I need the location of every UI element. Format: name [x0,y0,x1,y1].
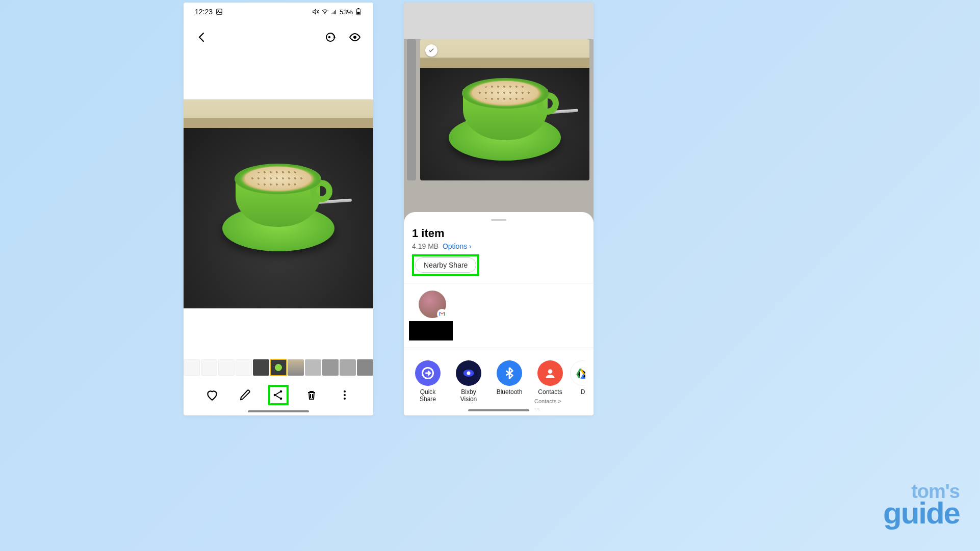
bluetooth-icon [497,360,522,386]
divider [404,283,594,283]
svg-rect-0 [217,9,222,15]
share-image-row [404,39,594,180]
viewer-topbar [184,18,373,48]
app-contacts[interactable]: Contacts Contacts > … [534,360,566,410]
thumbnail[interactable] [322,359,339,376]
app-sublabel: Contacts > … [534,398,566,410]
svg-point-14 [344,394,346,396]
visibility-icon[interactable] [349,31,361,43]
svg-marker-7 [333,36,336,38]
svg-point-8 [328,36,330,38]
share-item-count: 1 item [412,227,585,240]
photo-main[interactable] [184,99,373,308]
status-bar: 12:23 53% [184,3,373,18]
share-file-size: 4.19 MB [412,242,439,250]
status-time: 12:23 [195,8,213,16]
watermark-line2: guide [883,495,960,531]
selected-image-preview[interactable] [420,39,589,180]
thumbnail[interactable] [305,359,321,376]
wifi-icon [321,8,328,15]
share-button-highlighted[interactable] [268,385,289,405]
gallery-indicator-icon [216,8,223,15]
status-battery: 53% [340,8,353,16]
thumbnail[interactable] [201,359,217,376]
phone-share-sheet: 1 item 4.19 MB Options › Nearby Share [404,3,594,415]
svg-rect-5 [357,12,359,14]
delete-button[interactable] [301,385,322,405]
share-apps-row: Quick Share Bixby Vision Bluetooth [412,360,585,415]
thumbnail-selected[interactable] [270,359,287,376]
app-label: Bixby Vision [453,388,484,403]
nav-handle[interactable] [248,410,309,412]
contact-name-redacted [409,321,453,340]
nav-handle[interactable] [468,409,529,411]
thumbnail[interactable] [236,359,252,376]
battery-icon [355,8,362,15]
thumbnail[interactable] [357,359,373,376]
gmail-badge-icon [437,309,447,319]
svg-point-19 [548,369,553,374]
thumbnail[interactable] [288,359,304,376]
app-label: Quick Share [412,388,444,403]
app-bluetooth[interactable]: Bluetooth [494,360,525,410]
thumbnail[interactable] [340,359,356,376]
share-meta: 4.19 MB Options › [412,242,585,250]
thumbnail[interactable] [253,359,269,376]
contact-avatar [419,291,446,318]
viewer-bottom-toolbar [184,385,373,405]
favorite-button[interactable] [202,385,222,405]
app-drive-partial[interactable]: D [575,360,585,410]
edit-button[interactable] [235,385,255,405]
svg-point-13 [344,390,346,392]
share-top-space [404,3,594,39]
back-button[interactable] [196,31,208,43]
divider [404,348,594,348]
nearby-share-highlighted: Nearby Share [412,254,479,276]
svg-point-18 [467,371,471,375]
thumbnail-strip[interactable] [184,359,373,376]
app-label: Contacts [538,388,562,396]
svg-point-10 [274,394,276,397]
phone-gallery-viewer: 12:23 53% [184,3,373,415]
thumbnail[interactable] [184,359,200,376]
contacts-icon [537,360,563,386]
sheet-grab-handle[interactable] [491,219,506,221]
drive-icon [570,360,585,386]
svg-rect-4 [357,8,359,9]
app-label: D [581,388,585,396]
share-contact[interactable] [412,291,453,340]
app-label: Bluetooth [497,388,523,396]
svg-point-2 [324,13,325,14]
more-button[interactable] [334,385,355,405]
prev-image-sliver[interactable] [407,39,416,180]
svg-point-15 [344,398,346,400]
watermark: tom's guide [883,481,960,531]
share-sheet: 1 item 4.19 MB Options › Nearby Share [404,212,594,415]
thumbnail[interactable] [218,359,235,376]
app-bixby-vision[interactable]: Bixby Vision [453,360,484,410]
svg-point-9 [353,36,356,39]
app-quick-share[interactable]: Quick Share [412,360,444,410]
nearby-share-button[interactable]: Nearby Share [415,257,476,273]
svg-point-12 [280,398,282,400]
signal-icon [330,8,338,15]
remaster-icon[interactable] [324,31,337,43]
svg-point-11 [280,390,282,393]
quick-share-icon [415,360,441,386]
mute-icon [312,8,319,15]
share-options-link[interactable]: Options › [443,242,472,250]
bixby-vision-icon [456,360,481,386]
